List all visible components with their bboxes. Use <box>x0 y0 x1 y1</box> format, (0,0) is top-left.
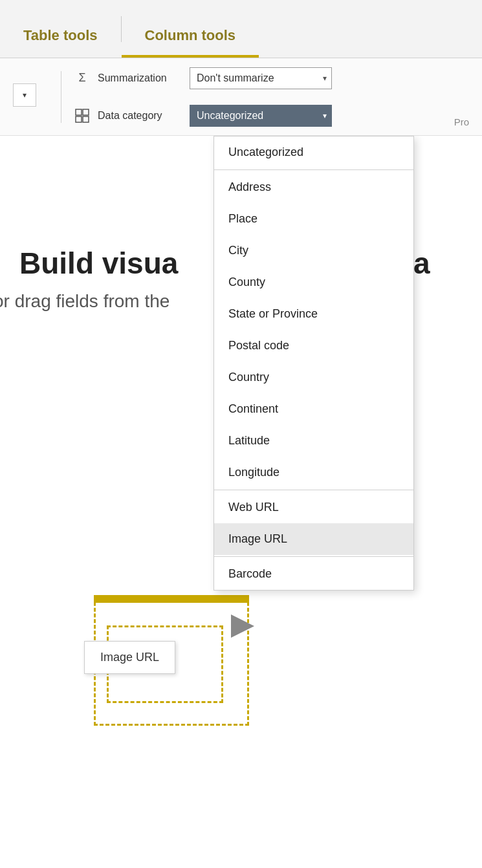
main-content: Build visua ata or drag fields from the … <box>0 136 482 868</box>
ribbon-pro-label: Pro <box>454 116 469 127</box>
data-category-dropdown: Uncategorized Address Place City County … <box>214 136 414 591</box>
tab-column-tools[interactable]: Column tools <box>122 19 259 58</box>
data-category-select[interactable]: Uncategorized <box>190 105 332 127</box>
data-category-label: Data category <box>98 110 182 122</box>
dropdown-divider-3 <box>214 556 413 557</box>
summarization-row: Σ Summarization Don't summarize ▾ <box>73 67 332 89</box>
dropdown-item-barcode[interactable]: Barcode <box>214 558 413 590</box>
dropdown-item-place[interactable]: Place <box>214 203 413 235</box>
dropdown-item-county[interactable]: County <box>214 266 413 298</box>
dropdown-item-city[interactable]: City <box>214 235 413 266</box>
dropdown-item-longitude[interactable]: Longitude <box>214 457 413 488</box>
dropdown-item-image-url[interactable]: Image URL <box>214 523 413 555</box>
dropdown-item-country[interactable]: Country <box>214 362 413 393</box>
data-category-select-wrapper: Uncategorized ▾ <box>190 105 332 127</box>
ribbon: ▾ Σ Summarization Don't summarize ▾ <box>0 58 482 136</box>
summarization-select-wrapper: Don't summarize ▾ <box>190 67 332 89</box>
svg-marker-4 <box>231 614 254 638</box>
svg-rect-3 <box>83 116 89 122</box>
summarization-select[interactable]: Don't summarize <box>190 67 332 89</box>
tab-bar: Table tools Column tools <box>0 0 482 58</box>
arrow-marker <box>230 613 256 639</box>
dropdown-item-state-or-province[interactable]: State or Province <box>214 298 413 330</box>
svg-rect-1 <box>83 109 89 115</box>
ribbon-vertical-divider <box>61 71 61 123</box>
ribbon-left-controls: ▾ <box>13 83 36 111</box>
dropdown-item-continent[interactable]: Continent <box>214 393 413 425</box>
svg-rect-2 <box>76 116 82 122</box>
dropdown-item-web-url[interactable]: Web URL <box>214 492 413 523</box>
image-url-tooltip: Image URL <box>84 641 175 674</box>
dropdown-item-latitude[interactable]: Latitude <box>214 425 413 457</box>
dropdown-divider-1 <box>214 169 413 170</box>
dropdown-item-address[interactable]: Address <box>214 171 413 203</box>
tab-table-tools[interactable]: Table tools <box>0 19 121 58</box>
dropdown-item-postal-code[interactable]: Postal code <box>214 330 413 362</box>
dropdown-divider-2 <box>214 490 413 490</box>
svg-rect-0 <box>76 109 82 115</box>
summarization-label: Summarization <box>98 72 182 84</box>
data-category-row: Data category Uncategorized ▾ <box>73 105 332 127</box>
dropdown-item-uncategorized[interactable]: Uncategorized <box>214 136 413 168</box>
ribbon-dropdown-arrow[interactable]: ▾ <box>13 83 36 107</box>
data-category-icon <box>73 107 91 125</box>
sigma-icon: Σ <box>73 69 91 87</box>
